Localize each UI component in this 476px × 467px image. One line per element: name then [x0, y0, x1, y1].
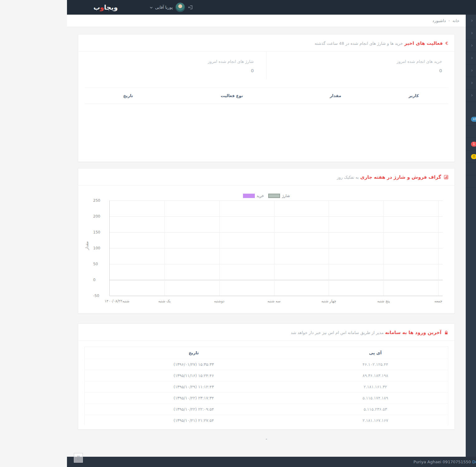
sign-out-icon: [121, 5, 126, 10]
sidebar-item-finance-management[interactable]: مدیریت مالی: [399, 163, 476, 175]
topbar: پوریا آقایی ویجاوب: [0, 0, 476, 15]
sales-chart-panel: گراف فروش و شارژ در هفته جاری به تفکیک ر…: [11, 168, 388, 314]
categories-list-icon: [466, 68, 471, 73]
euro-icon: €: [378, 41, 381, 46]
login-row: ۵.۱۱۵.۱۷۴.۱۸۹ (۱۳۹۵/۱۰/۲۲) ۲۳:۱۷:۳۴: [18, 392, 381, 403]
x-tick: یک شنبه: [91, 299, 104, 303]
legend-label-charge: شارژ: [215, 194, 223, 198]
sidebar-item-support-center[interactable]: مرکز پشتیبانی 1: [399, 138, 476, 150]
last-logins-subtitle: مدیر از طریق سامانه اس ام اس نیز خبر دار…: [224, 330, 317, 335]
y-axis-title: مقدار: [18, 241, 22, 250]
brand-zone: ویجاوب: [0, 0, 77, 15]
group-icon: [466, 129, 471, 134]
lock-icon: [377, 330, 381, 335]
today-stats: خرید های انجام شده امروز 0 شارژ های انجا…: [11, 52, 388, 79]
activities-table: کاربر مقدار نوع فعالیت تاریخ: [17, 87, 381, 162]
y-tick: -50: [26, 294, 40, 298]
login-row: ۸۹.۳۶.۱۸۳.۱۹۸ (۱۳۹۵/۱۱/۱۶) ۱۵:۲۴:۴۶: [18, 370, 381, 381]
user-menu[interactable]: پوریا آقایی: [83, 2, 118, 12]
diamond-icon: [466, 167, 471, 171]
y-tick: 250: [26, 198, 40, 203]
footer-email-link[interactable]: Donavaz@gmail.com: [405, 460, 448, 464]
regions-sliders-icon: [466, 56, 471, 60]
recent-activities-subtitle: خرید ها و شارژ های انجام شده در 48 ساعت …: [248, 41, 336, 46]
pages-icon: [466, 43, 471, 48]
chevron-left-icon: ‹: [404, 81, 406, 85]
sidebar-item-settlement[interactable]: تسویه حساب: [399, 175, 476, 188]
y-tick: 0: [26, 278, 40, 282]
y-tick: 200: [26, 214, 40, 219]
sidebar-item-regions-management[interactable]: مدیریت مناطق و شهر ها ‹: [399, 52, 476, 64]
column-header-activity-type: نوع فعالیت: [105, 88, 225, 104]
chevron-left-icon: ‹: [404, 31, 406, 35]
bar-chart-icon: [377, 175, 381, 180]
last-logins-title: آخرین ورود ها به سامانه: [318, 330, 374, 335]
user-name: پوریا آقایی: [88, 5, 106, 10]
sidebar-item-comments-management[interactable]: مدیریت نظرات 0: [399, 150, 476, 163]
chevron-left-icon: ‹: [404, 43, 406, 48]
chart-plot-area: شنبه۱۴۰۰/۰۸/۲۲ یک شنبه دوشنبه سه شنبه چه…: [42, 200, 376, 296]
breadcrumb: خانه • داشبورد: [0, 15, 399, 27]
dash-note: -: [0, 436, 399, 441]
x-tick: جمعه: [367, 299, 375, 303]
avatar: [108, 2, 118, 12]
legend-label-purchase: خرید: [190, 194, 197, 198]
x-tick: شنبه۱۴۰۰/۰۸/۲۲: [38, 299, 63, 303]
app-logo[interactable]: ویجاوب: [26, 4, 51, 11]
user-icon: [466, 117, 471, 121]
last-logins-header: آخرین ورود ها به سامانه مدیر از طریق سام…: [11, 324, 388, 341]
x-tick: چهار شنبه: [254, 299, 269, 303]
check-icon: [466, 179, 471, 184]
users-count-badge: +0: [404, 117, 412, 122]
legend-item-charge: شارژ: [201, 194, 223, 198]
sidebar-item-content-management[interactable]: مدیریت محتوا ‹: [399, 27, 476, 40]
weekly-chart: مقدار 250 200 150 100 50 0 -50: [17, 200, 381, 308]
chevron-down-icon: [83, 6, 86, 9]
x-tick: سه شنبه: [200, 299, 213, 303]
login-row: ۵.۱۱۵.۲۳۶.۵۳ (۱۳۹۵/۱۰/۲۲) ۲۲:۰۹:۵۴: [18, 403, 381, 415]
logins-scroll-container[interactable]: آی پی تاریخ ۴۶.۱۰۲.۱۲۵.۴۴ (۱۳۹۶/۰۱/۲۷) ۱…: [17, 347, 381, 425]
column-header-amount: مقدار: [225, 88, 312, 104]
zero-gridline: [43, 280, 376, 280]
y-tick: 150: [26, 230, 40, 234]
x-tick: دوشنبه: [147, 299, 157, 303]
recent-activities-panel: € فعالیت های اخیر خرید ها و شارژ های انج…: [11, 34, 388, 162]
chart-title: گراف فروش و شارژ در هفته جاری: [293, 174, 374, 180]
sidebar-item-users-management[interactable]: مدیریت کاربران +0: [399, 113, 476, 125]
y-tick: 100: [26, 246, 40, 250]
main-content: خانه • داشبورد € فعالیت های اخیر خرید ها…: [0, 15, 399, 457]
chart-header: گراف فروش و شارژ در هفته جاری به تفکیک ر…: [11, 168, 388, 186]
sellers-user-icon: [466, 81, 471, 85]
legend-swatch-purchase: [176, 194, 188, 198]
breadcrumb-separator: •: [381, 19, 383, 22]
recent-activities-title: فعالیت های اخیر: [337, 40, 376, 46]
sidebar-item-main-menu[interactable]: منوی اصلی ‹: [399, 15, 476, 27]
footer: Puriya Aghaei 09170751550 Donavaz@gmail.…: [0, 457, 476, 467]
chevron-left-icon: ‹: [404, 68, 406, 73]
home-icon: [466, 18, 471, 23]
footer-text: Puriya Aghaei 09170751550 Donavaz@gmail.…: [346, 460, 465, 464]
sidebar-item-sellers-management[interactable]: مدیریت فروشنده ها ‹: [399, 77, 476, 89]
chevron-left-icon: ‹: [404, 93, 406, 98]
sidebar-item-pages-management[interactable]: مدیریت صفحات ‹: [399, 40, 476, 52]
sidebar-item-offers-management[interactable]: مدیریت پیشنهادات ‹: [399, 89, 476, 102]
today-purchases-stat: خرید های انجام شده امروز 0: [200, 52, 388, 79]
chevron-left-icon: ‹: [404, 18, 406, 23]
login-row: ۴۶.۱۰۲.۱۲۵.۴۴ (۱۳۹۶/۰۱/۲۷) ۱۵:۳۵:۳۳: [18, 359, 381, 370]
offers-cart-icon: [466, 93, 471, 98]
comments-icon: [466, 154, 471, 159]
scroll-top-glyph-box[interactable]: F0 62: [7, 453, 16, 463]
logins-header-date: تاریخ: [18, 347, 236, 359]
login-row: ۲.۱۸۱.۱۶۷.۱۶۷ (۱۳۹۵/۱۰/۲۱) ۲۱:۲۷:۵۴: [18, 415, 381, 425]
page-scrollbar[interactable]: [474, 2, 475, 39]
sidebar-item-categories-management[interactable]: مدیریت دسته بندی ‹: [399, 64, 476, 77]
chart-subtitle: به تفکیک روز: [270, 175, 292, 180]
today-charges-stat: شارژ های انجام شده امروز 0: [11, 52, 200, 79]
sidebar-item-agents-management[interactable]: مدیریت نمایندگان: [399, 125, 476, 138]
x-tick: پنج شنبه: [310, 299, 323, 303]
logout-button[interactable]: [121, 5, 126, 10]
breadcrumb-home[interactable]: خانه: [385, 18, 393, 23]
y-tick: 50: [26, 262, 40, 266]
comments-count-badge: 0: [404, 154, 410, 159]
support-lifering-icon: [466, 142, 471, 146]
